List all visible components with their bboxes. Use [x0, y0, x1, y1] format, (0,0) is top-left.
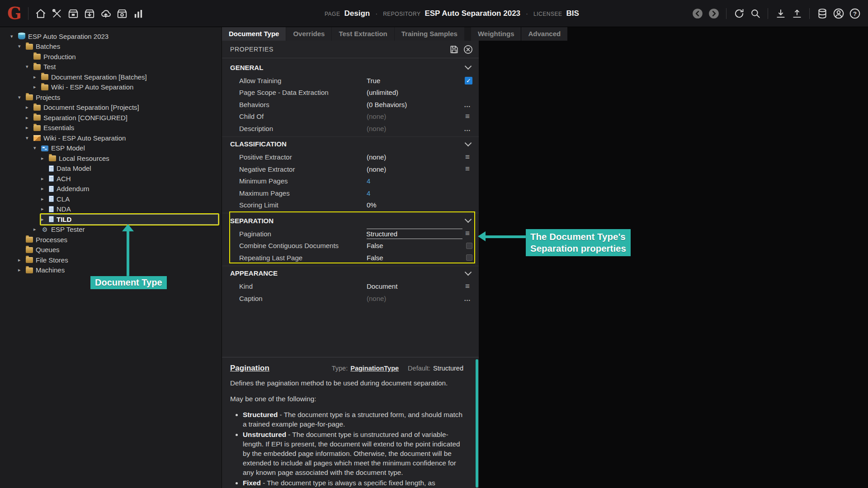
- tree-item-batches[interactable]: ▾Batches: [0, 42, 222, 52]
- property-value[interactable]: (none): [367, 295, 462, 302]
- tab-document-type[interactable]: Document Type: [222, 27, 286, 41]
- expand-arrow-icon[interactable]: ▸: [25, 104, 33, 110]
- help-type-link[interactable]: PaginationType: [350, 365, 399, 372]
- property-value[interactable]: (none): [367, 113, 462, 120]
- stats-icon[interactable]: [132, 7, 145, 19]
- cloud-upload-icon[interactable]: [100, 7, 112, 19]
- menu-icon[interactable]: ≡: [462, 153, 472, 162]
- tree-item-cla[interactable]: ▸CLA: [0, 194, 222, 204]
- group-header-classification[interactable]: CLASSIFICATION: [222, 136, 479, 151]
- tree-item-data-model[interactable]: Data Model: [0, 164, 222, 174]
- search-icon[interactable]: [749, 7, 761, 19]
- tree-item-separation-configured[interactable]: ▸Separation [CONFIGURED]: [0, 113, 222, 123]
- tab-weightings[interactable]: Weightings: [471, 27, 521, 41]
- checkbox-checked-icon[interactable]: ✓: [465, 77, 472, 84]
- collapse-arrow-icon[interactable]: ▾: [33, 145, 41, 151]
- chevron-down-icon[interactable]: [465, 139, 472, 146]
- expand-arrow-icon[interactable]: ▸: [41, 155, 49, 161]
- grooper-logo[interactable]: G: [7, 0, 22, 27]
- expand-arrow-icon[interactable]: ▸: [41, 206, 49, 212]
- property-value[interactable]: False: [367, 242, 466, 249]
- tree-item-projects[interactable]: ▾Projects: [0, 92, 222, 103]
- menu-icon[interactable]: ≡: [462, 282, 472, 291]
- group-header-appearance[interactable]: APPEARANCE: [222, 266, 479, 281]
- help-scrollbar[interactable]: [476, 359, 478, 488]
- expand-arrow-icon[interactable]: ▸: [41, 186, 49, 192]
- batch-save-icon[interactable]: [67, 7, 80, 19]
- tab-overrides[interactable]: Overrides: [286, 27, 331, 41]
- tab-training-samples[interactable]: Training Samples: [395, 27, 464, 41]
- batch-import-icon[interactable]: [84, 7, 96, 19]
- expand-arrow-icon[interactable]: ▸: [41, 176, 49, 182]
- tree-item-essentials[interactable]: ▸Essentials: [0, 123, 222, 133]
- property-value[interactable]: (none): [367, 153, 462, 161]
- chevron-down-icon[interactable]: [465, 63, 472, 70]
- property-value[interactable]: 0%: [367, 201, 462, 209]
- chevron-down-icon[interactable]: [465, 216, 472, 223]
- property-value[interactable]: False: [367, 254, 466, 262]
- checkbox-unchecked-icon[interactable]: [466, 243, 472, 249]
- account-icon[interactable]: [832, 7, 844, 19]
- expand-arrow-icon[interactable]: ▸: [33, 84, 41, 90]
- back-icon[interactable]: [691, 7, 703, 19]
- tree-item-esp-auto-separation-2023[interactable]: ▾ESP Auto Separation 2023: [0, 31, 222, 42]
- expand-arrow-icon[interactable]: ▸: [33, 74, 41, 80]
- collapse-arrow-icon[interactable]: ▾: [25, 135, 33, 141]
- collapse-arrow-icon[interactable]: ▾: [25, 64, 33, 70]
- tree-item-document-separation-projects[interactable]: ▸Document Separation [Projects]: [0, 103, 222, 113]
- tab-test-extraction[interactable]: Test Extraction: [332, 27, 394, 41]
- tree-item-machines[interactable]: ▸Machines: [0, 265, 222, 276]
- property-value[interactable]: True: [367, 77, 465, 84]
- tree-item-ach[interactable]: ▸ACH: [0, 174, 222, 184]
- property-value[interactable]: 4: [367, 189, 462, 197]
- ellipsis-icon[interactable]: …: [462, 101, 472, 108]
- expand-arrow-icon[interactable]: ▸: [41, 216, 49, 222]
- property-value[interactable]: Document: [367, 282, 462, 290]
- tree-item-esp-tester[interactable]: ▸⚙ESP Tester: [0, 225, 222, 235]
- expand-arrow-icon[interactable]: ▸: [25, 125, 33, 131]
- collapse-arrow-icon[interactable]: ▾: [10, 33, 18, 39]
- tree-item-processes[interactable]: Processes: [0, 235, 222, 245]
- menu-icon[interactable]: ≡: [462, 112, 472, 121]
- expand-arrow-icon[interactable]: ▸: [18, 267, 26, 273]
- tab-advanced[interactable]: Advanced: [521, 27, 567, 41]
- help-icon[interactable]: ?: [849, 7, 861, 19]
- collapse-arrow-icon[interactable]: ▾: [18, 94, 26, 100]
- forward-icon[interactable]: [708, 7, 720, 19]
- tree-item-queues[interactable]: Queues: [0, 245, 222, 255]
- tree-item-addendum[interactable]: ▸Addendum: [0, 184, 222, 194]
- tree-item-file-stores[interactable]: ▸File Stores: [0, 255, 222, 265]
- expand-arrow-icon[interactable]: ▸: [18, 257, 26, 263]
- tree-item-local-resources[interactable]: ▸Local Resources: [0, 153, 222, 164]
- home-icon[interactable]: [35, 7, 47, 19]
- tree-item-wiki-esp-auto-separation[interactable]: ▸Wiki - ESP Auto Separation: [0, 82, 222, 93]
- expand-arrow-icon[interactable]: ▸: [41, 196, 49, 202]
- ellipsis-icon[interactable]: …: [462, 125, 472, 132]
- tree-item-wiki-esp-auto-separation[interactable]: ▾Wiki - ESP Auto Separation: [0, 133, 222, 143]
- property-value[interactable]: (none): [367, 165, 462, 173]
- chevron-down-icon[interactable]: [465, 268, 472, 276]
- menu-icon[interactable]: ≡: [462, 164, 472, 174]
- refresh-icon[interactable]: [733, 7, 745, 19]
- property-value[interactable]: (none): [367, 125, 462, 132]
- database-icon[interactable]: [816, 7, 828, 19]
- group-header-separation[interactable]: SEPARATION: [222, 213, 479, 228]
- menu-icon[interactable]: ≡: [462, 229, 472, 238]
- tree-item-esp-model[interactable]: ▾ESP Model: [0, 143, 222, 154]
- save-icon[interactable]: [448, 44, 459, 55]
- ellipsis-icon[interactable]: …: [462, 295, 472, 302]
- batch-config-icon[interactable]: [116, 7, 128, 19]
- property-value[interactable]: (0 Behaviors): [367, 101, 462, 108]
- property-value[interactable]: 4: [367, 177, 462, 185]
- checkbox-unchecked-icon[interactable]: [466, 254, 472, 261]
- design-tools-icon[interactable]: [51, 7, 63, 19]
- property-value[interactable]: (unlimited): [367, 89, 462, 96]
- group-header-general[interactable]: GENERAL: [222, 60, 479, 75]
- tree-item-test[interactable]: ▾Test: [0, 62, 222, 72]
- expand-arrow-icon[interactable]: ▸: [25, 115, 33, 121]
- tree-item-nda[interactable]: ▸NDA: [0, 204, 222, 215]
- download-icon[interactable]: [774, 7, 787, 19]
- tree-item-document-separation-batches[interactable]: ▸Document Separation [Batches]: [0, 72, 222, 82]
- expand-arrow-icon[interactable]: ▸: [33, 226, 41, 232]
- upload-icon[interactable]: [791, 7, 803, 19]
